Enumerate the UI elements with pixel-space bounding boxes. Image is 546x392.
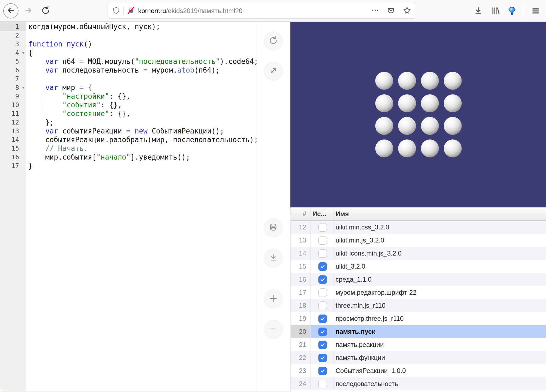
module-row[interactable]: 19просмотр.three.js_r110	[291, 312, 546, 325]
module-row[interactable]: 13uikit.min.js_3.2.0	[291, 234, 546, 247]
address-bar[interactable]: kornerr.ru/ekids2019/память.html?0	[108, 3, 415, 19]
forward-button[interactable]	[21, 3, 36, 18]
line-number[interactable]: 5	[0, 57, 26, 66]
module-row[interactable]: 18three.min.js_r110	[291, 299, 546, 312]
module-name[interactable]: uikit_3.2.0	[333, 260, 546, 273]
refresh-button[interactable]	[263, 31, 283, 51]
code-line[interactable]: 6 var последовательность = муром.atob(п6…	[0, 66, 256, 74]
line-number[interactable]: 10	[0, 101, 26, 109]
line-number[interactable]: 11	[0, 109, 26, 118]
header-num[interactable]: #	[291, 207, 311, 220]
code-line[interactable]: 15 // Начать.	[0, 144, 256, 153]
line-number[interactable]: 15	[0, 144, 26, 153]
checkbox-checked[interactable]	[318, 328, 327, 336]
module-name[interactable]: муром.редактор.шрифт-22	[333, 286, 546, 299]
fold-arrow-icon[interactable]	[22, 87, 25, 89]
checkbox-unchecked[interactable]	[318, 301, 327, 310]
line-number[interactable]: 6	[0, 66, 26, 74]
module-name[interactable]: three.min.js_r110	[333, 299, 546, 312]
code-line[interactable]: 11 "состояние": {},	[0, 109, 256, 118]
module-row[interactable]: 12uikit.min.css_3.2.0	[291, 221, 546, 234]
code-line[interactable]: 8 var мир = {	[0, 83, 256, 92]
code-line[interactable]: 14 событияРеакции.разобрать(мир, последо…	[0, 135, 256, 144]
line-number[interactable]: 17	[0, 161, 26, 170]
module-name[interactable]: СобытияРеакции_1.0.0	[333, 364, 546, 377]
reload-button[interactable]	[38, 3, 53, 18]
module-row[interactable]: 20память.пуск	[291, 325, 546, 338]
code-line[interactable]: 3function пуск()	[0, 40, 256, 48]
3d-viewport-canvas[interactable]	[290, 22, 546, 207]
checkbox-checked[interactable]	[318, 341, 327, 349]
code-line[interactable]: 7	[0, 74, 256, 83]
downloads-button[interactable]	[471, 4, 485, 18]
line-number[interactable]: 8	[0, 83, 26, 92]
module-name[interactable]: uikit-icons.min.js_3.2.0	[333, 247, 546, 260]
checkbox-unchecked[interactable]	[318, 380, 327, 388]
header-name[interactable]: Имя	[333, 207, 546, 220]
code-line[interactable]: 5 var п64 = МОД.модуль("последовательнос…	[0, 57, 256, 66]
code-editor[interactable]: 1когда(муром.обычныйПуск, пуск);23functi…	[0, 22, 256, 391]
zoom-out-button[interactable]	[263, 320, 283, 339]
line-number[interactable]: 3	[0, 40, 26, 48]
extension-pin-icon[interactable]	[505, 4, 519, 18]
bookmark-star-icon[interactable]	[403, 6, 411, 15]
header-used[interactable]: Ис...	[311, 207, 333, 220]
checkbox-checked[interactable]	[318, 354, 327, 362]
line-number[interactable]: 16	[0, 153, 26, 161]
code-line[interactable]: 1когда(муром.обычныйПуск, пуск);	[0, 22, 256, 31]
checkbox-unchecked[interactable]	[318, 288, 327, 297]
code-line[interactable]: 13 var событияРеакции = new СобытияРеакц…	[0, 127, 256, 135]
library-button[interactable]	[488, 4, 502, 18]
module-name[interactable]: последовательность	[333, 377, 546, 390]
checkbox-checked[interactable]	[318, 367, 327, 375]
code-line[interactable]: 12 };	[0, 118, 256, 127]
back-button[interactable]	[3, 3, 18, 18]
url-text[interactable]: kornerr.ru/ekids2019/память.html?0	[138, 7, 243, 15]
page-actions-icon[interactable]	[372, 7, 379, 15]
pocket-icon[interactable]	[387, 7, 395, 15]
code-line[interactable]: 9 "настройки": {},	[0, 92, 256, 101]
line-number[interactable]: 9	[0, 92, 26, 101]
module-row[interactable]: 22память.функции	[291, 351, 546, 364]
zoom-in-button[interactable]	[263, 289, 283, 309]
line-number[interactable]: 2	[0, 31, 26, 40]
code-line[interactable]: 16 мир.события["начало"].уведомить();	[0, 153, 256, 161]
module-row[interactable]: 17муром.редактор.шрифт-22	[291, 286, 546, 299]
module-row[interactable]: 16среда_1.1.0	[291, 273, 546, 286]
checkbox-unchecked[interactable]	[318, 236, 327, 245]
module-name[interactable]: среда_1.1.0	[333, 273, 546, 286]
line-number[interactable]: 14	[0, 135, 26, 144]
expand-button[interactable]	[263, 61, 283, 81]
checkbox-checked[interactable]	[318, 262, 327, 271]
line-number[interactable]: 13	[0, 127, 26, 135]
code-line[interactable]: 10 "события": {},	[0, 101, 256, 109]
code-line[interactable]: 17}	[0, 161, 256, 170]
insecure-lock-icon[interactable]	[127, 7, 135, 15]
line-number[interactable]: 12	[0, 118, 26, 127]
menu-hamburger-icon[interactable]	[529, 4, 543, 18]
code-line[interactable]: 4{	[0, 48, 256, 57]
panel-divider[interactable]	[256, 22, 256, 392]
module-row[interactable]: 15uikit_3.2.0	[291, 260, 546, 273]
module-name[interactable]: uikit.min.css_3.2.0	[333, 221, 546, 234]
module-row[interactable]: 23СобытияРеакции_1.0.0	[291, 364, 546, 377]
tracking-protection-shield-icon[interactable]	[113, 7, 120, 15]
module-name[interactable]: просмотр.three.js_r110	[333, 312, 546, 325]
code-line[interactable]: 2	[0, 31, 256, 40]
fold-arrow-icon[interactable]	[22, 52, 25, 54]
line-number[interactable]: 4	[0, 48, 26, 57]
checkbox-checked[interactable]	[318, 275, 327, 284]
module-row[interactable]: 21память.реакции	[291, 338, 546, 351]
module-name[interactable]: память.реакции	[333, 338, 546, 351]
checkbox-checked[interactable]	[318, 315, 327, 323]
download-button[interactable]	[263, 248, 283, 268]
line-number[interactable]: 7	[0, 74, 26, 83]
checkbox-unchecked[interactable]	[318, 249, 327, 258]
module-name[interactable]: uikit.min.js_3.2.0	[333, 234, 546, 247]
database-button[interactable]	[263, 218, 283, 238]
module-name[interactable]: память.пуск	[333, 325, 546, 338]
module-row[interactable]: 14uikit-icons.min.js_3.2.0	[291, 247, 546, 260]
module-row[interactable]: 24последовательность	[291, 377, 546, 390]
module-name[interactable]: память.функции	[333, 351, 546, 364]
checkbox-unchecked[interactable]	[318, 223, 327, 232]
